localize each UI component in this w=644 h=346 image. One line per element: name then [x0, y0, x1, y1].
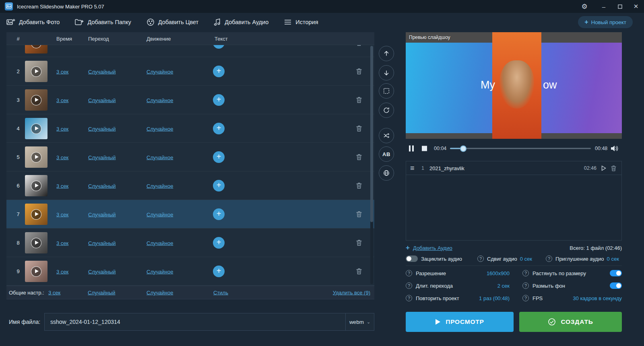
move-up-button[interactable]	[379, 46, 394, 61]
motion-link[interactable]: Случайное	[147, 154, 173, 160]
transition-link[interactable]: Случайный	[88, 97, 116, 103]
duration-link[interactable]: 3 сек	[56, 183, 68, 189]
ab-transition-button[interactable]: AB	[379, 146, 394, 162]
slide-thumbnail[interactable]	[25, 118, 47, 139]
move-down-button[interactable]	[379, 65, 394, 80]
add-audio-button[interactable]: Добавить Аудио	[214, 18, 268, 26]
transition-link[interactable]: Случайный	[88, 68, 116, 74]
transition-link[interactable]: Случайный	[88, 154, 116, 160]
help-icon[interactable]: ?	[406, 295, 412, 301]
global-motion-link[interactable]: Случайное	[147, 290, 173, 296]
slide-thumbnail[interactable]	[25, 232, 47, 253]
settings-gear-icon[interactable]: ⚙	[576, 0, 592, 13]
table-row[interactable]: 73 секСлучайныйСлучайное+	[6, 200, 374, 229]
frame-button[interactable]	[379, 83, 394, 99]
trash-icon[interactable]	[356, 45, 362, 46]
table-row[interactable]: 83 секСлучайныйСлучайное+	[6, 229, 374, 257]
add-text-button[interactable]: +	[213, 66, 225, 77]
slide-thumbnail[interactable]	[25, 261, 47, 282]
transition-link[interactable]: Случайный	[88, 268, 116, 274]
history-button[interactable]: История	[284, 19, 318, 25]
motion-link[interactable]: Случайное	[147, 268, 173, 274]
globe-button[interactable]	[379, 165, 394, 181]
slide-thumbnail[interactable]	[25, 61, 47, 82]
motion-link[interactable]: Случайное	[147, 126, 173, 132]
add-color-button[interactable]: Добавить Цвет	[147, 18, 199, 26]
seek-handle[interactable]	[460, 145, 466, 152]
help-icon[interactable]: ?	[522, 282, 529, 289]
motion-link[interactable]: Случайное	[147, 211, 173, 217]
duration-link[interactable]: 3 сек	[56, 154, 68, 160]
trash-icon[interactable]	[356, 153, 362, 161]
global-style-link[interactable]: Стиль	[213, 290, 228, 296]
trash-icon[interactable]	[356, 125, 362, 132]
duration-link[interactable]: 3 сек	[56, 268, 68, 274]
loop-audio-toggle[interactable]	[406, 255, 418, 262]
audio-trash-icon[interactable]	[611, 165, 617, 171]
add-text-button[interactable]: +	[213, 151, 225, 163]
slide-thumbnail[interactable]	[25, 146, 47, 168]
scrollbar-thumb[interactable]	[370, 46, 373, 222]
volume-icon[interactable]	[610, 145, 618, 152]
blur-background-toggle[interactable]	[610, 282, 622, 289]
audio-play-icon[interactable]	[601, 165, 606, 171]
delete-all-link[interactable]: Удалить все (9)	[333, 290, 370, 296]
add-audio-link[interactable]: Добавить Аудио	[413, 245, 452, 251]
transition-link[interactable]: Случайный	[88, 126, 116, 132]
repeat-project-value[interactable]: 1 раз (00:48)	[479, 295, 510, 301]
resolution-value[interactable]: 1600x900	[487, 270, 510, 276]
add-text-button[interactable]: +	[213, 123, 225, 134]
preview-button[interactable]: ПРОСМОТР	[406, 312, 514, 332]
trash-icon[interactable]	[356, 239, 362, 246]
slide-thumbnail[interactable]	[25, 45, 47, 54]
global-duration-link[interactable]: 3 сек	[48, 290, 60, 296]
table-row[interactable]: 53 секСлучайныйСлучайное+	[6, 143, 374, 171]
seek-slider[interactable]	[450, 148, 591, 149]
help-icon[interactable]: ?	[406, 270, 412, 276]
add-text-button[interactable]: +	[213, 208, 225, 220]
trash-icon[interactable]	[356, 68, 362, 75]
add-text-button[interactable]: +	[213, 180, 225, 192]
filename-input[interactable]	[44, 313, 345, 331]
transition-duration-value[interactable]: 2 сек	[497, 283, 510, 289]
help-icon[interactable]: ?	[522, 295, 529, 301]
add-text-button[interactable]: +	[213, 94, 225, 106]
motion-link[interactable]: Случайное	[147, 183, 173, 189]
new-project-button[interactable]: + Новый проект	[578, 16, 633, 28]
add-folder-button[interactable]: Добавить Папку	[75, 19, 131, 26]
trash-icon[interactable]	[356, 96, 362, 103]
duration-link[interactable]: 3 сек	[56, 68, 68, 74]
slideshow-preview[interactable]: My ow Превью слайдшоу	[406, 32, 622, 139]
transition-link[interactable]: Случайный	[88, 240, 116, 246]
slide-thumbnail[interactable]	[25, 175, 47, 196]
add-text-button[interactable]: +	[213, 237, 225, 249]
motion-link[interactable]: Случайное	[147, 97, 173, 103]
table-row[interactable]: 63 секСлучайныйСлучайное+	[6, 171, 374, 200]
duration-link[interactable]: 3 сек	[56, 211, 68, 217]
table-row[interactable]: 23 секСлучайныйСлучайное+	[6, 57, 374, 86]
motion-link[interactable]: Случайное	[147, 68, 173, 74]
add-photo-button[interactable]: Добавить Фото	[6, 18, 60, 26]
global-transition-link[interactable]: Случайный	[88, 290, 116, 296]
transition-link[interactable]: Случайный	[88, 183, 116, 189]
help-icon[interactable]: ?	[546, 255, 552, 262]
stretch-toggle[interactable]	[610, 270, 622, 276]
rotate-button[interactable]	[379, 103, 394, 118]
format-select[interactable]: webm ⌄	[345, 313, 374, 331]
create-button[interactable]: СОЗДАТЬ	[519, 312, 622, 332]
audio-track-row[interactable]: ≡ 1 2021_zhyravlik 02:46	[406, 161, 621, 175]
maximize-button[interactable]	[612, 0, 628, 13]
stop-button[interactable]	[422, 146, 427, 151]
help-icon[interactable]: ?	[477, 255, 484, 262]
trash-icon[interactable]	[356, 210, 362, 218]
fps-value[interactable]: 30 кадров в секунду	[573, 295, 622, 301]
close-button[interactable]: ✕	[628, 0, 644, 13]
table-row[interactable]: 43 секСлучайныйСлучайное+	[6, 114, 374, 143]
scrollbar[interactable]	[370, 46, 373, 284]
table-row[interactable]: +	[6, 45, 374, 57]
motion-link[interactable]: Случайное	[147, 240, 173, 246]
slide-thumbnail[interactable]	[25, 204, 47, 225]
table-row[interactable]: 93 секСлучайныйСлучайное+	[6, 257, 374, 286]
transition-link[interactable]: Случайный	[88, 211, 116, 217]
duration-link[interactable]: 3 сек	[56, 240, 68, 246]
